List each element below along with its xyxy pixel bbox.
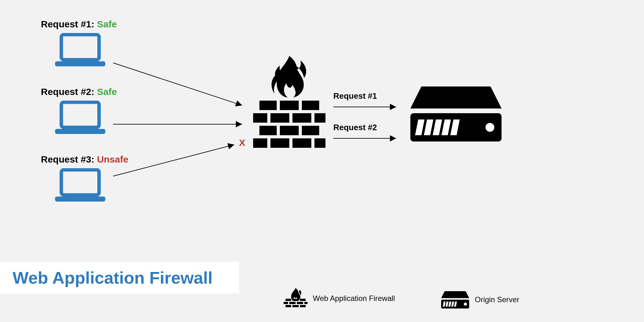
server-icon bbox=[409, 83, 503, 146]
svg-rect-36 bbox=[300, 305, 306, 307]
svg-rect-22 bbox=[270, 138, 289, 148]
svg-rect-15 bbox=[270, 113, 289, 123]
svg-rect-33 bbox=[304, 302, 308, 304]
svg-rect-13 bbox=[302, 101, 319, 110]
svg-rect-14 bbox=[253, 113, 267, 123]
svg-line-6 bbox=[113, 63, 242, 105]
svg-rect-20 bbox=[302, 126, 319, 135]
svg-rect-21 bbox=[253, 138, 267, 148]
legend-waf-text: Web Application Firewall bbox=[313, 294, 395, 303]
svg-rect-32 bbox=[297, 302, 303, 304]
svg-rect-12 bbox=[280, 101, 299, 110]
svg-rect-29 bbox=[300, 299, 306, 301]
svg-rect-17 bbox=[314, 113, 325, 123]
title-banner: Web Application Firewall bbox=[0, 262, 239, 294]
svg-rect-11 bbox=[259, 101, 277, 110]
firewall-icon bbox=[283, 287, 308, 309]
svg-rect-30 bbox=[284, 302, 288, 304]
svg-rect-23 bbox=[292, 138, 311, 148]
svg-rect-24 bbox=[314, 138, 325, 148]
svg-rect-28 bbox=[292, 299, 299, 301]
svg-rect-35 bbox=[292, 305, 299, 307]
legend-waf: Web Application Firewall bbox=[283, 287, 395, 309]
svg-rect-31 bbox=[289, 302, 296, 304]
svg-rect-34 bbox=[286, 305, 291, 307]
blocked-marker: X bbox=[239, 137, 245, 148]
legend-server: Origin Server bbox=[440, 290, 519, 309]
svg-rect-27 bbox=[286, 299, 291, 301]
diagram-title: Web Application Firewall bbox=[13, 268, 213, 287]
legend-server-text: Origin Server bbox=[475, 295, 519, 304]
diagram-canvas: Request #1: Safe Request #2: Safe Reques… bbox=[0, 0, 644, 322]
svg-point-26 bbox=[486, 123, 494, 132]
passed-request-2-label: Request #2 bbox=[333, 123, 377, 132]
svg-rect-18 bbox=[259, 126, 277, 135]
svg-point-38 bbox=[464, 303, 467, 306]
svg-line-8 bbox=[113, 145, 234, 176]
firewall-icon bbox=[253, 53, 325, 151]
passed-request-1-label: Request #1 bbox=[333, 91, 377, 101]
svg-rect-16 bbox=[292, 113, 311, 123]
svg-rect-19 bbox=[280, 126, 299, 135]
server-icon bbox=[440, 290, 470, 309]
